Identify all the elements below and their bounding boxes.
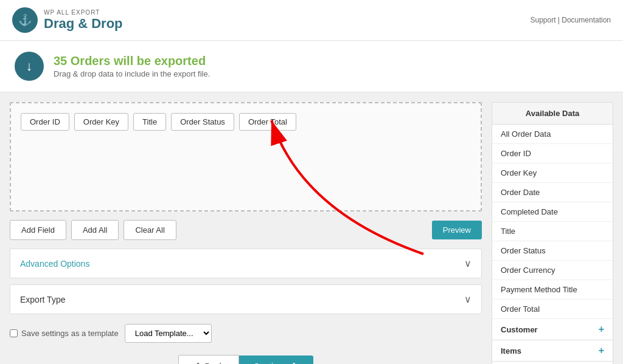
save-row: Save settings as a template Load Templat… [10,324,482,343]
field-tag[interactable]: Title [133,113,166,131]
export-type-chevron: ∨ [464,294,472,305]
back-chevron: ❮ [193,362,201,364]
banner-text: 35 Orders will be exported Drag & drop d… [54,54,210,78]
available-data-item[interactable]: All Order Data [492,125,613,144]
nav-buttons: ❮ Back Continue ❯ [10,355,482,364]
available-data-scrollable[interactable]: All Order DataOrder IDOrder KeyOrder Dat… [492,125,613,364]
advanced-options-chevron: ∨ [464,258,472,269]
available-data-section[interactable]: Customer+ [492,319,613,340]
field-tag[interactable]: Order Key [74,113,128,131]
documentation-link[interactable]: Documentation [562,16,611,24]
available-data-item[interactable]: Payment Method Title [492,280,613,300]
available-data-item[interactable]: Order Total [492,300,613,319]
available-data-item[interactable]: Completed Date [492,202,613,222]
banner-subtitle: Drag & drop data to include in the expor… [54,69,210,78]
add-field-button[interactable]: Add Field [10,220,66,240]
advanced-options-section[interactable]: Advanced Options ∨ [10,249,482,278]
field-tag[interactable]: Order Status [171,113,234,131]
available-data-item[interactable]: Title [492,222,613,241]
load-template-dropdown[interactable]: Load Template... [125,324,212,343]
app-name-prefix: WP ALL EXPORT [44,9,123,16]
header-title-block: WP ALL EXPORT Drag & Drop [44,9,123,32]
banner-title: 35 Orders will be exported [54,54,210,68]
available-data-item[interactable]: Order Currency [492,261,613,280]
available-data-item[interactable]: Order Date [492,183,613,202]
plus-icon: + [599,345,604,356]
clear-all-button[interactable]: Clear All [124,220,176,240]
header: ⚓ WP ALL EXPORT Drag & Drop Support | Do… [0,0,623,41]
export-banner: ↓ 35 Orders will be exported Drag & drop… [0,41,623,92]
available-data-item[interactable]: Order ID [492,144,613,163]
continue-chevron: ❯ [291,362,299,364]
back-button[interactable]: ❮ Back [178,355,238,364]
available-data-item[interactable]: Order Key [492,163,613,183]
field-tag[interactable]: Order Total [239,113,296,131]
left-panel: Order IDOrder KeyTitleOrder StatusOrder … [10,102,482,364]
drag-drop-area[interactable]: Order IDOrder KeyTitleOrder StatusOrder … [10,102,482,211]
advanced-options-label: Advanced Options [20,259,89,269]
buttons-row: Add Field Add All Clear All Preview [10,220,482,240]
plus-icon: + [599,324,604,335]
field-tags: Order IDOrder KeyTitleOrder StatusOrder … [21,113,471,131]
export-type-label: Export Type [20,295,65,304]
header-links: Support | Documentation [530,16,611,24]
available-data-section[interactable]: Taxes & Shipping+ [492,362,613,364]
support-link[interactable]: Support [530,16,555,24]
continue-button[interactable]: Continue ❯ [239,355,313,364]
available-data-section[interactable]: Items+ [492,340,613,362]
app-name: Drag & Drop [44,16,123,32]
left-buttons: Add Field Add All Clear All [10,220,176,240]
save-template-checkbox[interactable] [10,329,18,337]
logo-icon: ⚓ [12,7,38,33]
field-tag[interactable]: Order ID [21,113,69,131]
arrow-container: Order IDOrder KeyTitleOrder StatusOrder … [10,102,482,211]
available-data-list: All Order DataOrder IDOrder KeyOrder Dat… [492,125,613,319]
banner-icon: ↓ [15,52,44,81]
available-data-item[interactable]: Order Status [492,241,613,261]
add-all-button[interactable]: Add All [71,220,119,240]
preview-button[interactable]: Preview [432,221,482,239]
logo-area: ⚓ WP ALL EXPORT Drag & Drop [12,7,123,33]
save-template-label[interactable]: Save settings as a template [10,329,119,338]
right-panel: Available Data All Order DataOrder IDOrd… [492,102,613,364]
main-layout: Order IDOrder KeyTitleOrder StatusOrder … [0,92,623,364]
export-type-section[interactable]: Export Type ∨ [10,284,482,314]
available-data-title: Available Data [492,103,613,125]
